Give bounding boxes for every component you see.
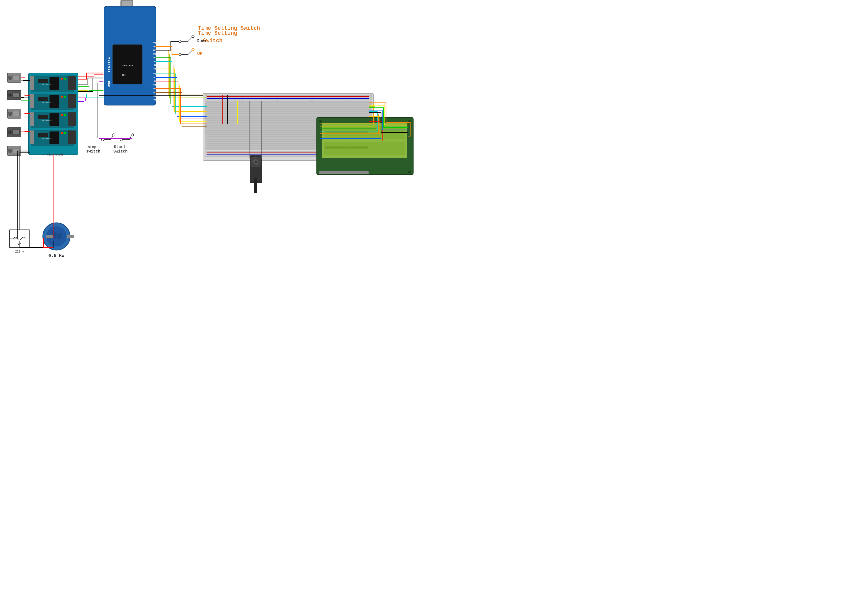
svg-point-175 xyxy=(179,40,181,43)
svg-point-50 xyxy=(154,88,156,89)
svg-rect-92 xyxy=(13,76,19,80)
svg-point-174 xyxy=(254,161,257,163)
svg-rect-129 xyxy=(207,116,370,117)
svg-point-159 xyxy=(319,120,322,123)
svg-rect-0 xyxy=(0,0,434,307)
svg-text:A2: A2 xyxy=(101,96,104,98)
svg-text:ATMEGA328P: ATMEGA328P xyxy=(121,65,133,67)
svg-rect-4 xyxy=(105,8,155,105)
svg-rect-125 xyxy=(207,107,370,108)
svg-point-182 xyxy=(192,48,194,51)
svg-point-73 xyxy=(61,96,63,98)
svg-text:0.5 KW: 0.5 KW xyxy=(48,253,65,258)
svg-text:~9: ~9 xyxy=(153,64,155,66)
svg-text:A1: A1 xyxy=(101,93,104,95)
svg-rect-60 xyxy=(50,95,59,108)
svg-text:A3: A3 xyxy=(101,99,104,101)
svg-rect-5 xyxy=(113,45,142,84)
svg-text:SRD-05VDC-SL-C: SRD-05VDC-SL-C xyxy=(42,120,53,122)
svg-rect-91 xyxy=(12,75,20,81)
svg-rect-134 xyxy=(207,130,370,131)
svg-text:H: H xyxy=(205,132,206,133)
svg-text:IOREF: IOREF xyxy=(98,62,104,64)
svg-text:B: B xyxy=(205,104,206,106)
svg-text:██████████████████████████████: ████████████████████████████████████ xyxy=(326,131,368,133)
svg-point-99 xyxy=(8,112,12,116)
svg-point-89 xyxy=(8,76,12,80)
svg-rect-137 xyxy=(207,137,370,137)
circuit-diagram: ATMEGA328P ∞ ARDUINO UNO AREF GND 13 12 … xyxy=(0,0,434,307)
svg-rect-102 xyxy=(13,111,19,116)
svg-rect-132 xyxy=(207,122,370,123)
svg-point-75 xyxy=(61,132,63,134)
time-setting-label: Time Setting Switch xyxy=(198,25,260,33)
svg-rect-84 xyxy=(68,76,76,90)
svg-text:D: D xyxy=(205,109,206,111)
svg-point-38 xyxy=(154,42,156,44)
svg-rect-112 xyxy=(13,149,19,153)
svg-rect-87 xyxy=(68,131,76,144)
svg-point-74 xyxy=(61,114,63,116)
svg-text:██████████████████████████████: ████████████████████████████████████ xyxy=(326,146,368,149)
svg-rect-57 xyxy=(31,112,74,128)
svg-rect-108 xyxy=(8,146,21,155)
svg-point-49 xyxy=(154,84,156,85)
svg-rect-138 xyxy=(207,138,370,140)
svg-text:3.3V: 3.3V xyxy=(99,69,104,71)
svg-rect-55 xyxy=(31,76,74,92)
svg-text:2: 2 xyxy=(153,91,154,93)
svg-rect-59 xyxy=(50,77,59,90)
svg-point-46 xyxy=(154,73,156,75)
svg-point-104 xyxy=(8,130,12,134)
svg-text:SRD-05VDC-SL-C: SRD-05VDC-SL-C xyxy=(42,138,53,140)
svg-line-189 xyxy=(129,136,131,140)
svg-text:~3: ~3 xyxy=(153,88,155,90)
svg-rect-85 xyxy=(68,94,76,108)
svg-rect-196 xyxy=(67,235,74,238)
svg-rect-56 xyxy=(31,93,74,110)
svg-rect-130 xyxy=(207,118,370,119)
svg-rect-1 xyxy=(121,0,133,8)
svg-rect-127 xyxy=(207,111,370,112)
svg-point-95 xyxy=(9,94,11,96)
svg-rect-113 xyxy=(203,93,374,160)
svg-rect-70 xyxy=(38,115,48,119)
svg-text:5: 5 xyxy=(242,100,243,102)
svg-text:7: 7 xyxy=(153,73,154,75)
svg-rect-163 xyxy=(322,123,407,158)
svg-rect-67 xyxy=(30,131,34,144)
svg-rect-133 xyxy=(207,127,370,129)
svg-point-76 xyxy=(64,78,66,80)
svg-point-43 xyxy=(154,61,156,62)
svg-text:~11: ~11 xyxy=(153,57,156,59)
svg-text:8: 8 xyxy=(153,68,154,70)
svg-text:ARDUINO: ARDUINO xyxy=(108,56,111,72)
svg-rect-68 xyxy=(38,79,48,83)
svg-point-194 xyxy=(43,223,70,250)
svg-rect-96 xyxy=(12,92,20,98)
svg-text:SRD-05VDC-SL-C: SRD-05VDC-SL-C xyxy=(42,102,53,104)
svg-point-105 xyxy=(9,131,11,133)
svg-text:SRD-05VDC-SL-C: SRD-05VDC-SL-C xyxy=(42,84,53,85)
svg-text:AREF: AREF xyxy=(153,42,157,44)
svg-text:Vin: Vin xyxy=(100,84,104,86)
svg-rect-88 xyxy=(8,73,21,82)
svg-rect-106 xyxy=(12,129,20,135)
svg-rect-165 xyxy=(324,141,405,155)
svg-point-100 xyxy=(9,113,11,115)
svg-point-44 xyxy=(154,64,156,66)
svg-text:Switch: Switch xyxy=(113,149,128,154)
svg-point-78 xyxy=(64,114,66,116)
svg-rect-111 xyxy=(12,148,20,154)
svg-point-41 xyxy=(154,53,156,55)
svg-text:13: 13 xyxy=(153,49,155,51)
svg-rect-61 xyxy=(50,113,59,126)
svg-text:A: A xyxy=(205,102,206,104)
svg-point-47 xyxy=(154,77,156,78)
svg-rect-98 xyxy=(8,109,21,118)
svg-point-72 xyxy=(61,78,63,80)
svg-line-181 xyxy=(188,51,192,54)
svg-text:G: G xyxy=(205,129,206,131)
svg-point-190 xyxy=(131,134,133,136)
svg-point-187 xyxy=(120,138,122,141)
